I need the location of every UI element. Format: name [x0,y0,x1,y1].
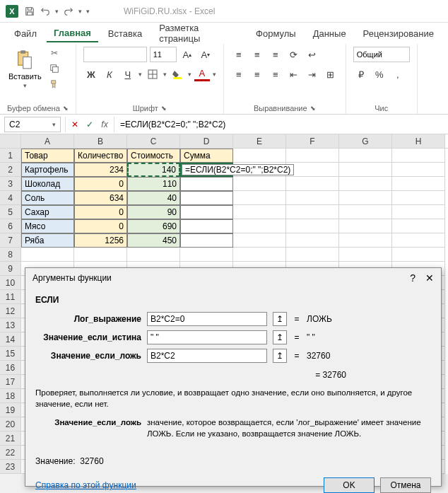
cell[interactable] [180,205,233,219]
percent-icon[interactable]: % [372,66,387,82]
cell[interactable]: 450 [127,233,180,248]
ok-button[interactable]: OK [324,477,375,493]
row-header[interactable]: 12 [0,304,21,318]
cell[interactable] [286,233,339,248]
formula-input[interactable]: =ЕСЛИ(B2*C2=0;" ";B2*C2) [114,120,448,129]
cell[interactable] [339,248,392,262]
arg-iffalse-input[interactable] [147,349,267,363]
col-header[interactable]: B [74,134,127,148]
row-header[interactable]: 9 [0,262,21,276]
col-header[interactable]: C [127,134,180,148]
fill-dropdown-icon[interactable]: ▾ [188,71,191,78]
tab-layout[interactable]: Разметка страницы [152,20,246,47]
cell[interactable]: Сахар [21,205,74,219]
align-launcher-icon[interactable]: ⬊ [310,105,316,112]
undo-icon[interactable] [40,6,51,17]
tab-data[interactable]: Данные [306,25,353,42]
cell[interactable] [127,248,180,262]
font-color-icon[interactable]: A [194,68,210,81]
row-header[interactable]: 5 [0,205,21,219]
cell[interactable]: Количество [74,149,127,163]
merge-icon[interactable]: ⊞ [323,66,338,82]
cell[interactable] [392,233,445,248]
paste-button[interactable]: Вставить ▾ [7,47,43,91]
currency-icon[interactable]: ₽ [353,66,369,82]
cell[interactable]: 0 [74,177,127,191]
row-header[interactable]: 6 [0,219,21,233]
wrap-text-icon[interactable]: ↩ [305,47,320,62]
font-size-select[interactable] [150,47,177,62]
cell[interactable] [392,248,445,262]
qat-customize-icon[interactable]: ▾ [86,8,90,15]
cell[interactable] [286,219,339,233]
col-header[interactable]: D [180,134,233,148]
align-top-icon[interactable]: ≡ [231,47,247,62]
cell[interactable] [392,219,445,233]
orientation-icon[interactable]: ⟳ [286,47,302,62]
select-all-corner[interactable] [0,134,21,148]
cell[interactable] [180,233,233,248]
cell[interactable] [180,248,233,262]
col-header[interactable]: H [392,134,445,148]
cell-referenced[interactable]: 140 [127,163,180,177]
cancel-formula-icon[interactable]: ✕ [69,118,81,131]
cell[interactable] [392,149,445,163]
cell[interactable]: 110 [127,177,180,191]
row-header[interactable]: 22 [0,446,21,460]
italic-button[interactable]: К [102,66,117,82]
cell[interactable] [233,205,286,219]
decrease-indent-icon[interactable]: ⇤ [286,66,302,82]
cell[interactable] [286,248,339,262]
cell[interactable]: Шоколад [21,177,74,191]
cell[interactable] [286,149,339,163]
cell[interactable] [180,191,233,205]
fx-icon[interactable]: fx [98,118,111,131]
tab-file[interactable]: Файл [7,25,44,42]
row-header[interactable]: 1 [0,149,21,163]
tab-formulas[interactable]: Формулы [249,25,303,42]
cell[interactable] [233,177,286,191]
cell[interactable] [180,177,233,191]
help-icon[interactable]: ? [410,272,415,284]
borders-icon[interactable] [145,66,160,82]
cell[interactable] [392,191,445,205]
number-format-select[interactable] [353,47,410,62]
align-middle-icon[interactable]: ≡ [249,47,265,62]
cell[interactable] [286,191,339,205]
paste-dropdown-icon[interactable]: ▾ [23,82,27,89]
cell[interactable] [339,205,392,219]
font-name-select[interactable] [83,47,147,62]
fontcolor-dropdown-icon[interactable]: ▾ [213,71,216,78]
cell[interactable]: 690 [127,219,180,233]
cell[interactable]: Товар [21,149,74,163]
collapse-dialog-icon[interactable]: ↥ [273,312,287,326]
increase-font-icon[interactable]: A▴ [179,47,195,62]
cell[interactable] [233,233,286,248]
cell[interactable] [339,191,392,205]
cell[interactable]: Сумма [180,149,233,163]
cell[interactable] [286,177,339,191]
row-header[interactable]: 17 [0,375,21,389]
row-header[interactable]: 18 [0,389,21,403]
align-right-icon[interactable]: ≡ [268,66,283,82]
undo-dropdown-icon[interactable]: ▾ [55,8,59,15]
align-left-icon[interactable]: ≡ [231,66,247,82]
cell[interactable]: Картофель [21,163,74,177]
enter-formula-icon[interactable]: ✓ [83,118,96,131]
cell[interactable] [233,149,286,163]
fill-color-icon[interactable] [170,66,185,82]
cell[interactable] [339,219,392,233]
comma-icon[interactable]: , [390,66,406,82]
cell[interactable] [74,248,127,262]
row-header[interactable]: 3 [0,177,21,191]
namebox-dropdown-icon[interactable]: ▾ [52,121,56,128]
col-header[interactable]: F [286,134,339,148]
dialog-titlebar[interactable]: Аргументы функции ? ✕ [25,268,441,288]
arg-iftrue-input[interactable] [147,330,267,344]
cell[interactable] [339,177,392,191]
tab-review[interactable]: Рецензирование [356,25,441,42]
tab-insert[interactable]: Вставка [101,25,149,42]
cell[interactable] [392,205,445,219]
row-header[interactable]: 16 [0,361,21,375]
row-header[interactable]: 21 [0,431,21,446]
